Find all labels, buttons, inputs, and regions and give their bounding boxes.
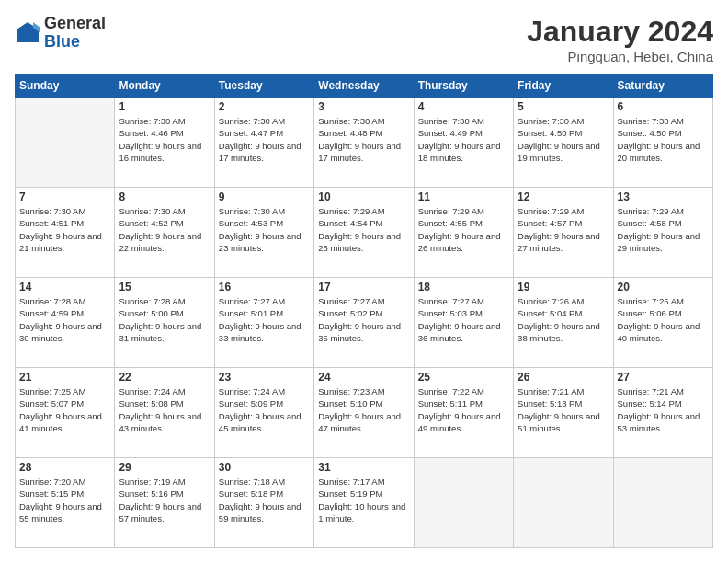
calendar-cell: 3Sunrise: 7:30 AM Sunset: 4:48 PM Daylig… (314, 98, 414, 188)
calendar-subtitle: Pingquan, Hebei, China (527, 49, 713, 64)
calendar-cell: 15Sunrise: 7:28 AM Sunset: 5:00 PM Dayli… (115, 278, 214, 368)
day-number: 9 (219, 190, 310, 203)
day-number: 12 (518, 190, 609, 203)
day-info: Sunrise: 7:24 AM Sunset: 5:08 PM Dayligh… (119, 385, 210, 434)
calendar-cell: 9Sunrise: 7:30 AM Sunset: 4:53 PM Daylig… (214, 188, 313, 278)
calendar-cell: 30Sunrise: 7:18 AM Sunset: 5:18 PM Dayli… (214, 458, 313, 548)
day-number: 28 (19, 461, 110, 474)
day-info: Sunrise: 7:29 AM Sunset: 4:58 PM Dayligh… (618, 205, 709, 254)
day-info: Sunrise: 7:27 AM Sunset: 5:03 PM Dayligh… (418, 295, 509, 344)
week-row-2: 14Sunrise: 7:28 AM Sunset: 4:59 PM Dayli… (16, 278, 713, 368)
calendar-cell: 2Sunrise: 7:30 AM Sunset: 4:47 PM Daylig… (214, 98, 313, 188)
calendar-cell (613, 458, 712, 548)
day-number: 20 (618, 281, 709, 293)
calendar-cell: 14Sunrise: 7:28 AM Sunset: 4:59 PM Dayli… (16, 278, 115, 368)
calendar-cell: 18Sunrise: 7:27 AM Sunset: 5:03 PM Dayli… (414, 278, 513, 368)
calendar-cell: 6Sunrise: 7:30 AM Sunset: 4:50 PM Daylig… (613, 98, 712, 188)
day-info: Sunrise: 7:30 AM Sunset: 4:48 PM Dayligh… (318, 115, 409, 164)
week-row-1: 7Sunrise: 7:30 AM Sunset: 4:51 PM Daylig… (16, 188, 713, 278)
calendar-cell: 13Sunrise: 7:29 AM Sunset: 4:58 PM Dayli… (613, 188, 712, 278)
calendar-title: January 2024 (527, 15, 713, 49)
calendar-cell (414, 458, 513, 548)
logo-blue-text: Blue (44, 33, 106, 52)
week-row-3: 21Sunrise: 7:25 AM Sunset: 5:07 PM Dayli… (16, 368, 713, 458)
day-number: 7 (19, 190, 110, 203)
day-info: Sunrise: 7:28 AM Sunset: 4:59 PM Dayligh… (19, 295, 110, 344)
day-info: Sunrise: 7:28 AM Sunset: 5:00 PM Dayligh… (119, 295, 210, 344)
calendar-cell (16, 98, 115, 188)
day-number: 24 (318, 371, 409, 384)
logo: General Blue (15, 15, 106, 52)
calendar-cell: 12Sunrise: 7:29 AM Sunset: 4:57 PM Dayli… (514, 188, 613, 278)
day-info: Sunrise: 7:25 AM Sunset: 5:06 PM Dayligh… (618, 295, 709, 344)
calendar-cell: 24Sunrise: 7:23 AM Sunset: 5:10 PM Dayli… (314, 368, 414, 458)
day-number: 27 (618, 371, 709, 384)
logo-icon (15, 20, 40, 46)
day-info: Sunrise: 7:30 AM Sunset: 4:51 PM Dayligh… (19, 205, 110, 254)
calendar-cell: 19Sunrise: 7:26 AM Sunset: 5:04 PM Dayli… (514, 278, 613, 368)
weekday-header-row: SundayMondayTuesdayWednesdayThursdayFrid… (16, 75, 713, 98)
day-number: 10 (318, 190, 409, 203)
day-info: Sunrise: 7:22 AM Sunset: 5:11 PM Dayligh… (418, 385, 509, 434)
calendar-cell: 1Sunrise: 7:30 AM Sunset: 4:46 PM Daylig… (115, 98, 214, 188)
header: General Blue January 2024 Pingquan, Hebe… (15, 15, 713, 64)
day-info: Sunrise: 7:30 AM Sunset: 4:50 PM Dayligh… (618, 115, 709, 164)
calendar-cell: 11Sunrise: 7:29 AM Sunset: 4:55 PM Dayli… (414, 188, 513, 278)
calendar-cell: 20Sunrise: 7:25 AM Sunset: 5:06 PM Dayli… (613, 278, 712, 368)
day-number: 8 (119, 190, 210, 203)
weekday-header-friday: Friday (514, 75, 613, 98)
week-row-0: 1Sunrise: 7:30 AM Sunset: 4:46 PM Daylig… (16, 98, 713, 188)
day-number: 16 (219, 281, 310, 293)
calendar-cell: 4Sunrise: 7:30 AM Sunset: 4:49 PM Daylig… (414, 98, 513, 188)
day-number: 26 (518, 371, 609, 384)
title-block: January 2024 Pingquan, Hebei, China (527, 15, 713, 64)
day-number: 6 (618, 100, 709, 113)
day-number: 18 (418, 281, 509, 293)
day-number: 13 (618, 190, 709, 203)
page: General Blue January 2024 Pingquan, Hebe… (0, 0, 728, 563)
day-number: 3 (318, 100, 409, 113)
day-info: Sunrise: 7:23 AM Sunset: 5:10 PM Dayligh… (318, 385, 409, 434)
calendar-cell: 26Sunrise: 7:21 AM Sunset: 5:13 PM Dayli… (514, 368, 613, 458)
weekday-header-tuesday: Tuesday (214, 75, 313, 98)
logo-text: General Blue (44, 15, 106, 52)
calendar-cell: 25Sunrise: 7:22 AM Sunset: 5:11 PM Dayli… (414, 368, 513, 458)
calendar-cell: 28Sunrise: 7:20 AM Sunset: 5:15 PM Dayli… (16, 458, 115, 548)
day-number: 25 (418, 371, 509, 384)
day-number: 2 (219, 100, 310, 113)
calendar-cell: 31Sunrise: 7:17 AM Sunset: 5:19 PM Dayli… (314, 458, 414, 548)
day-info: Sunrise: 7:17 AM Sunset: 5:19 PM Dayligh… (318, 476, 409, 524)
day-number: 29 (119, 461, 210, 474)
day-number: 22 (119, 371, 210, 384)
weekday-header-thursday: Thursday (414, 75, 513, 98)
calendar-cell: 23Sunrise: 7:24 AM Sunset: 5:09 PM Dayli… (214, 368, 313, 458)
logo-general-text: General (44, 15, 106, 33)
weekday-header-saturday: Saturday (613, 75, 712, 98)
day-info: Sunrise: 7:30 AM Sunset: 4:47 PM Dayligh… (219, 115, 310, 164)
day-number: 4 (418, 100, 509, 113)
day-info: Sunrise: 7:18 AM Sunset: 5:18 PM Dayligh… (219, 476, 310, 524)
week-row-4: 28Sunrise: 7:20 AM Sunset: 5:15 PM Dayli… (16, 458, 713, 548)
day-info: Sunrise: 7:30 AM Sunset: 4:53 PM Dayligh… (219, 205, 310, 254)
calendar-cell (514, 458, 613, 548)
day-info: Sunrise: 7:19 AM Sunset: 5:16 PM Dayligh… (119, 476, 210, 524)
calendar-cell: 5Sunrise: 7:30 AM Sunset: 4:50 PM Daylig… (514, 98, 613, 188)
calendar-cell: 8Sunrise: 7:30 AM Sunset: 4:52 PM Daylig… (115, 188, 214, 278)
calendar-cell: 22Sunrise: 7:24 AM Sunset: 5:08 PM Dayli… (115, 368, 214, 458)
day-info: Sunrise: 7:21 AM Sunset: 5:14 PM Dayligh… (618, 385, 709, 434)
calendar-cell: 7Sunrise: 7:30 AM Sunset: 4:51 PM Daylig… (16, 188, 115, 278)
day-info: Sunrise: 7:27 AM Sunset: 5:01 PM Dayligh… (219, 295, 310, 344)
day-info: Sunrise: 7:30 AM Sunset: 4:49 PM Dayligh… (418, 115, 509, 164)
day-number: 23 (219, 371, 310, 384)
day-info: Sunrise: 7:29 AM Sunset: 4:57 PM Dayligh… (518, 205, 609, 254)
day-info: Sunrise: 7:30 AM Sunset: 4:52 PM Dayligh… (119, 205, 210, 254)
day-info: Sunrise: 7:27 AM Sunset: 5:02 PM Dayligh… (318, 295, 409, 344)
day-info: Sunrise: 7:25 AM Sunset: 5:07 PM Dayligh… (19, 385, 110, 434)
day-number: 19 (518, 281, 609, 293)
calendar-cell: 17Sunrise: 7:27 AM Sunset: 5:02 PM Dayli… (314, 278, 414, 368)
day-info: Sunrise: 7:29 AM Sunset: 4:54 PM Dayligh… (318, 205, 409, 254)
day-info: Sunrise: 7:29 AM Sunset: 4:55 PM Dayligh… (418, 205, 509, 254)
day-number: 14 (19, 281, 110, 293)
day-number: 5 (518, 100, 609, 113)
day-number: 30 (219, 461, 310, 474)
